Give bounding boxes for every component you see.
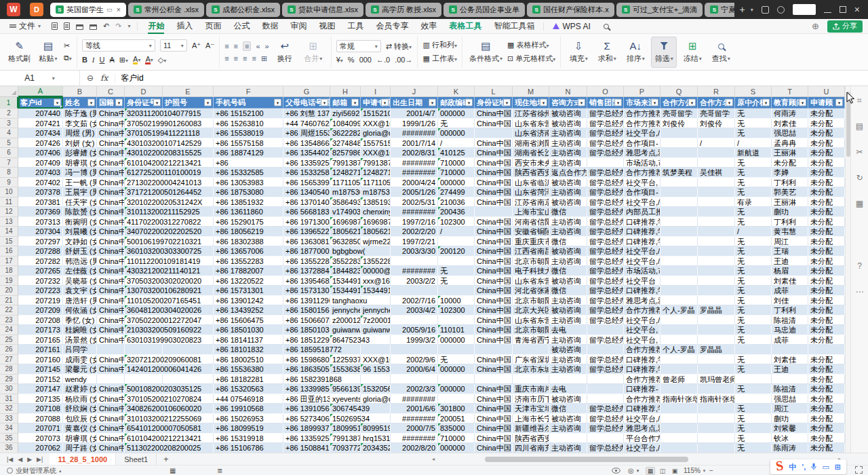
cell[interactable]: 陈雨涛 (772, 443, 808, 453)
cell[interactable] (97, 345, 125, 355)
cell[interactable]: 无 (735, 434, 772, 444)
row-number[interactable]: 32 (0, 404, 18, 414)
toolbar-dropdown-icon[interactable]: ▾ (127, 23, 130, 29)
row-number[interactable]: 28 (0, 364, 18, 375)
cell[interactable]: +86 18874129 (214, 148, 283, 158)
justify-icon[interactable]: ≡ (252, 54, 256, 62)
cell[interactable] (587, 375, 624, 385)
cell[interactable]: +86 周煜155380 (283, 128, 330, 138)
cell[interactable]: 2001/7/14 (391, 138, 438, 149)
cell[interactable]: 000000 (438, 178, 475, 188)
cell[interactable]: 207161 (18, 345, 63, 355)
cell[interactable]: China中国 (97, 286, 125, 296)
cell[interactable] (660, 423, 698, 434)
cell[interactable]: China中国 (97, 148, 125, 158)
filter-dropdown-icon[interactable]: ▾ (87, 99, 95, 107)
cell[interactable] (361, 375, 391, 385)
cell[interactable]: 32010220020531242X (125, 197, 163, 208)
cell[interactable]: China中国 (97, 128, 125, 138)
row-number[interactable]: 13 (0, 217, 18, 227)
cell[interactable]: 口碑推荐,学 (624, 404, 660, 414)
cell[interactable]: 舒欣娴 (女 (63, 404, 97, 414)
select-all-corner[interactable] (0, 86, 18, 97)
cell[interactable]: 327484864 (330, 138, 361, 149)
cell[interactable]: 口碑推荐,学 (624, 286, 660, 296)
cell[interactable]: z2000122 (330, 316, 361, 326)
cell[interactable]: China中国 (97, 276, 125, 286)
cell[interactable]: 济南市历下 (513, 394, 549, 404)
cell[interactable]: 留学总经办 (587, 138, 624, 149)
cell[interactable]: +44 07546918 (214, 394, 283, 404)
header-cell-T[interactable]: 教育顾问▾ (772, 97, 808, 109)
cell[interactable] (97, 375, 125, 385)
cell[interactable]: +86 田亚的1395 (283, 394, 330, 404)
cell[interactable]: +86 15319918 (214, 434, 283, 444)
cell[interactable]: 指南针张垲 (698, 394, 735, 404)
cell[interactable]: 安徽省铜陵 (513, 227, 549, 237)
column-header-H[interactable]: H (330, 86, 361, 97)
cell[interactable]: 陈歆赟 (女 (63, 207, 97, 217)
menu-智能工具箱[interactable]: 智能工具箱 (488, 19, 540, 34)
cell[interactable]: +86 1877000215 (283, 246, 330, 256)
cell[interactable]: China中国 (475, 443, 513, 453)
cell[interactable]: 留学总经办 (587, 364, 624, 375)
cell[interactable]: 207135 (18, 394, 63, 404)
cell[interactable]: 留学总经办 (587, 128, 624, 138)
document-tab[interactable]: S英国留学生▭× (50, 3, 126, 17)
header-cell-L[interactable]: 身份证地▾ (475, 97, 513, 109)
cell[interactable]: / (438, 227, 475, 237)
cell[interactable] (698, 316, 735, 326)
system-menu-button[interactable]: 业财管理系统 ▴ (7, 466, 62, 475)
cell[interactable]: 207223 (18, 286, 63, 296)
menu-开始[interactable]: 开始 (142, 19, 170, 34)
cell[interactable]: 留学总经办 (587, 168, 624, 178)
cell[interactable] (698, 178, 735, 188)
cell[interactable]: 丁利利 (772, 217, 808, 227)
cell[interactable]: 207402 (18, 178, 63, 188)
cell[interactable]: +86 刘慧 137052 (283, 109, 330, 119)
cell[interactable]: 8099519 (361, 423, 391, 434)
cell[interactable]: China中国 (97, 335, 125, 345)
cell[interactable]: 王晨宇 (男 (63, 187, 97, 197)
header-cell-E[interactable]: 护照号▾ (163, 97, 214, 109)
cell[interactable]: 雅思考点,雅 (624, 296, 660, 306)
cell[interactable]: China中国 (475, 296, 513, 306)
cell[interactable]: 117110505 (361, 178, 391, 188)
cell[interactable] (660, 443, 698, 453)
row-number[interactable]: 16 (0, 246, 18, 256)
cell[interactable]: China中国 (97, 246, 125, 256)
clear-format-icon[interactable]: ◇▾ (158, 56, 166, 64)
cell[interactable]: 207073 (18, 434, 63, 444)
cell[interactable]: China中国 (97, 384, 125, 394)
cell[interactable]: 无 (735, 296, 772, 306)
cell[interactable] (660, 217, 698, 227)
cell[interactable]: 无 (735, 423, 772, 434)
cell[interactable] (438, 237, 475, 247)
cell[interactable]: 无 (735, 276, 772, 286)
cell[interactable] (549, 375, 587, 385)
cell[interactable]: 山东省临沂 (513, 178, 549, 188)
cell[interactable]: 000000 (438, 109, 475, 119)
menu-页面[interactable]: 页面 (199, 19, 227, 34)
cell[interactable] (587, 434, 624, 444)
cell[interactable]: 杨眉 (772, 266, 808, 276)
cell[interactable] (698, 335, 735, 345)
cell[interactable]: / (735, 227, 772, 237)
cell[interactable] (698, 286, 735, 296)
cell[interactable]: 北京市东城 (513, 364, 549, 375)
cell[interactable]: ######## (391, 207, 438, 217)
cell[interactable]: +86 1396522100 (283, 227, 330, 237)
cell[interactable]: xxx@163.c( (361, 276, 391, 286)
cell[interactable]: v1749037 (330, 207, 361, 217)
cell[interactable]: 刘俊伶 (698, 119, 735, 129)
cell[interactable]: / (698, 138, 735, 149)
cell[interactable]: 主动咨询 (549, 423, 587, 434)
cell[interactable]: +86 13851932 (214, 197, 283, 208)
cell[interactable]: 200436 (438, 207, 475, 217)
align-middle-icon[interactable]: ≡ (234, 42, 238, 50)
cell[interactable]: 未分配 (808, 414, 845, 424)
cell[interactable]: 200120 (438, 246, 475, 256)
cell[interactable]: jennychen( (361, 305, 391, 316)
row-number[interactable]: 35 (0, 434, 18, 444)
cell[interactable]: 210303200509160922 (125, 325, 163, 335)
